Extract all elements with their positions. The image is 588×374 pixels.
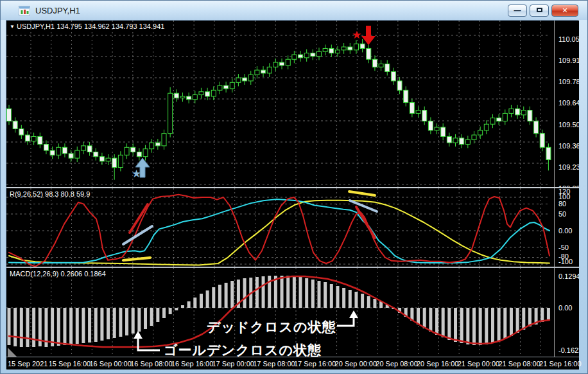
- histogram-bar: [212, 287, 215, 308]
- axis-tick-label: 109.230: [558, 163, 579, 171]
- candle-body: [304, 53, 309, 58]
- histogram-bar: [175, 308, 178, 310]
- candle-body: [155, 143, 160, 146]
- candle-body: [416, 111, 420, 114]
- histogram-bar: [286, 276, 290, 308]
- axis-tick-label: 50: [558, 210, 566, 218]
- trend-segment[interactable]: [123, 258, 150, 260]
- time-axis-label: 16 Sep 08:00: [130, 360, 172, 368]
- macd-panel[interactable]: MACD(12,26,9) 0.2606 0.1864 0.12940.00-0…: [6, 268, 579, 357]
- candle-body: [69, 154, 73, 158]
- histogram-bar: [429, 308, 432, 332]
- histogram-bar: [367, 296, 370, 308]
- candle-body: [168, 93, 173, 134]
- histogram-bar: [137, 308, 141, 332]
- histogram-bar: [281, 276, 284, 308]
- sell-star-icon: ★: [352, 28, 361, 41]
- histogram-bar: [69, 308, 73, 344]
- axis-tick-label: -0.1622: [558, 346, 579, 354]
- candlestick-plot[interactable]: ★★: [6, 21, 555, 187]
- histogram-bar: [447, 308, 451, 340]
- golden-cross-arrowhead: [134, 331, 143, 339]
- candle-body: [248, 75, 253, 81]
- candle-body: [311, 53, 315, 57]
- candle-body: [540, 134, 544, 148]
- price-panel[interactable]: ▼ USDJPY,H1 134.795 134.962 134.793 134.…: [6, 21, 579, 187]
- candle-body: [205, 92, 210, 96]
- histogram-bar: [113, 308, 116, 338]
- histogram-bar: [293, 276, 296, 308]
- window-title: USDJPY,H1: [35, 6, 80, 15]
- trend-segment[interactable]: [356, 207, 375, 238]
- histogram-bar: [472, 308, 476, 345]
- rci-axis[interactable]: 12010080500.00-50-80-100: [555, 188, 579, 267]
- rci-panel[interactable]: R(9,26,52) 98.3 80.8 59.9 12010080500.00…: [6, 188, 579, 267]
- histogram-bar: [442, 308, 445, 337]
- candle-body: [348, 47, 352, 50]
- candle-body: [174, 93, 178, 98]
- candle-body: [460, 138, 464, 145]
- candle-body: [342, 47, 346, 50]
- histogram-bar: [187, 301, 191, 308]
- histogram-bar: [299, 277, 302, 308]
- time-axis-label: 21 Sep 00:00: [458, 360, 499, 368]
- axis-tick-label: 109.365: [558, 142, 579, 150]
- time-axis-label: 17 Sep 16:00: [294, 360, 336, 368]
- candle-body: [317, 51, 322, 56]
- candle-body: [335, 50, 340, 53]
- symbol-label: USDJPY,H1: [17, 22, 55, 30]
- histogram-bar: [454, 308, 457, 342]
- time-axis-label: 20 Sep 08:00: [376, 360, 417, 368]
- axis-tick-label: 80: [558, 200, 566, 208]
- candle-body: [435, 127, 439, 130]
- histogram-bar: [144, 308, 147, 329]
- candle-body: [236, 78, 241, 82]
- candle-body: [509, 109, 514, 113]
- histogram-bar: [503, 308, 506, 339]
- histogram-bar: [466, 308, 469, 344]
- sell-arrow-icon: [361, 26, 376, 45]
- candle-body: [87, 146, 92, 152]
- histogram-bar: [82, 308, 85, 343]
- time-axis[interactable]: 15 Sep 202115 Sep 16:0016 Sep 00:0016 Se…: [6, 357, 579, 370]
- histogram-bar: [485, 308, 488, 344]
- histogram-bar: [225, 283, 228, 308]
- candle-body: [379, 64, 383, 67]
- histogram-bar: [100, 308, 103, 341]
- candle-body: [44, 144, 48, 150]
- candle-body: [273, 62, 278, 67]
- price-axis[interactable]: 110.055109.915109.780109.640109.505109.3…: [555, 21, 579, 187]
- restore-button[interactable]: [530, 4, 549, 17]
- histogram-bar: [13, 308, 17, 346]
- title-bar[interactable]: USDJPY,H1 — ✕: [1, 1, 587, 20]
- candle-body: [490, 118, 495, 125]
- rci-plot[interactable]: [6, 188, 555, 267]
- corner-triangle[interactable]: [8, 348, 17, 357]
- macd-axis[interactable]: 0.12940.00-0.1622: [555, 268, 579, 357]
- histogram-bar: [132, 308, 135, 334]
- trend-segment[interactable]: [349, 191, 375, 195]
- histogram-bar: [324, 282, 327, 308]
- trend-segment[interactable]: [130, 204, 148, 233]
- histogram-bar: [162, 308, 166, 318]
- candle-body: [292, 55, 297, 59]
- candle-body: [329, 48, 334, 53]
- histogram-bar: [435, 308, 438, 335]
- histogram-bar: [200, 294, 203, 308]
- candle-body: [199, 92, 203, 95]
- axis-tick-label: 109.505: [558, 121, 579, 129]
- chevron-down-icon: ▼: [10, 24, 15, 30]
- candle-body: [484, 124, 489, 130]
- axis-tick-label: 109.915: [558, 57, 579, 64]
- histogram-bar: [318, 281, 321, 308]
- axis-tick-label: 0.00: [558, 227, 572, 235]
- candle-body: [261, 70, 266, 73]
- histogram-bar: [262, 276, 265, 308]
- histogram-bar: [361, 294, 364, 308]
- time-axis-label: 20 Sep 00:00: [335, 360, 377, 368]
- histogram-bar: [255, 277, 259, 308]
- candle-body: [106, 158, 110, 161]
- close-button[interactable]: ✕: [551, 4, 578, 17]
- minimize-button[interactable]: —: [508, 4, 527, 17]
- time-axis-label: 17 Sep 08:00: [253, 360, 295, 368]
